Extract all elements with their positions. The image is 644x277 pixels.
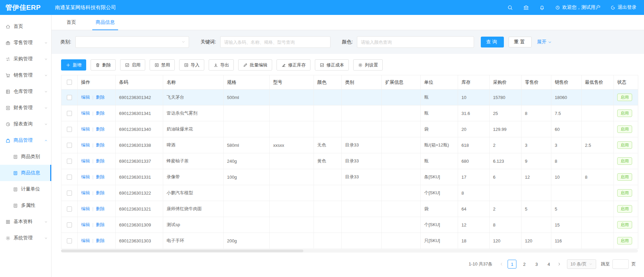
cell-color: 无色 <box>314 137 342 153</box>
batch-edit-button[interactable]: 批量编辑 <box>238 59 272 71</box>
cell-barcode: 6901236301340 <box>116 121 163 137</box>
sidebar-item-basic-data[interactable]: 基本资料 <box>0 214 51 230</box>
toolbar-button-label: 删除 <box>102 62 111 68</box>
sidebar-item-purchase[interactable]: 采购管理 <box>0 51 51 67</box>
add-button[interactable]: 新增 <box>61 59 86 71</box>
cell-unit: 瓶/(箱=12瓶) <box>421 137 458 153</box>
cell-min_price: 8 <box>582 169 614 185</box>
table-row: 编辑|删除6901236301338啤酒580mlxxsxx无色目录33瓶/(箱… <box>61 137 638 153</box>
sidebar-item-system[interactable]: 系统管理 <box>0 230 51 246</box>
bell-icon[interactable] <box>539 5 545 11</box>
edit-link[interactable]: 编辑 <box>81 95 90 100</box>
cell-retail_price: 9 <box>522 153 551 169</box>
delete-link[interactable]: 删除 <box>96 142 105 147</box>
category-select[interactable] <box>75 36 189 48</box>
disable-button[interactable]: 禁用 <box>150 59 175 71</box>
delete-button[interactable]: 删除 <box>91 59 116 71</box>
sidebar-item-goods[interactable]: 商品管理 <box>0 132 51 149</box>
cell-category <box>342 233 382 249</box>
select-all-checkbox[interactable] <box>67 80 72 85</box>
fix-stock-button[interactable]: 修正库存 <box>277 59 310 71</box>
bank-icon[interactable] <box>523 5 529 11</box>
cell-retail_price: 5 <box>522 201 551 217</box>
delete-link[interactable]: 删除 <box>96 238 105 243</box>
sidebar-item-goods-category[interactable]: 商品类别 <box>0 149 51 165</box>
tab-home[interactable]: 首页 <box>67 15 76 30</box>
row-checkbox[interactable] <box>67 191 72 196</box>
edit-link[interactable]: 编辑 <box>81 174 90 179</box>
logout-button[interactable]: 退出登录 <box>610 4 637 11</box>
edit-link[interactable]: 编辑 <box>81 238 90 243</box>
edit-link[interactable]: 编辑 <box>81 111 90 116</box>
sidebar-item-measure-unit[interactable]: 计量单位 <box>0 181 51 197</box>
sidebar-item-home[interactable]: 首页 <box>0 18 51 35</box>
delete-link[interactable]: 删除 <box>96 95 105 100</box>
row-checkbox[interactable] <box>67 111 72 116</box>
color-input[interactable] <box>357 36 474 48</box>
cell-model <box>270 105 314 121</box>
sidebar-item-warehouse[interactable]: 仓库管理 <box>0 83 51 100</box>
row-checkbox[interactable] <box>67 143 72 148</box>
expand-link[interactable]: 展开 <box>537 39 552 45</box>
page-button-1[interactable]: 1 <box>508 260 516 269</box>
page-size-select[interactable]: 10 条/页 <box>567 259 596 269</box>
sidebar-item-finance[interactable]: 财务管理 <box>0 100 51 116</box>
fix-cost-button[interactable]: 修正成本 <box>315 59 349 71</box>
sidebar-item-sales[interactable]: 销售管理 <box>0 67 51 83</box>
edit-link[interactable]: 编辑 <box>81 142 90 147</box>
keyword-input[interactable] <box>220 36 330 48</box>
delete-link[interactable]: 删除 <box>96 126 105 132</box>
edit-link[interactable]: 编辑 <box>81 222 90 227</box>
delete-link[interactable]: 删除 <box>96 206 105 211</box>
tab-goods-info[interactable]: 商品信息 <box>96 15 115 30</box>
prev-page-button[interactable] <box>497 262 506 266</box>
col-header-spec: 规格 <box>224 75 270 90</box>
page-button-4[interactable]: 4 <box>544 260 553 269</box>
search-icon[interactable] <box>507 5 513 11</box>
row-checkbox[interactable] <box>67 238 72 243</box>
row-checkbox[interactable] <box>67 175 72 180</box>
logout-text: 退出登录 <box>618 4 637 11</box>
sidebar-item-reports[interactable]: 报表查询 <box>0 116 51 132</box>
search-button[interactable]: 查询 <box>481 37 504 47</box>
row-checkbox[interactable] <box>67 222 72 227</box>
scrollbar-thumb[interactable] <box>61 250 303 252</box>
delete-link[interactable]: 删除 <box>96 190 105 195</box>
next-page-button[interactable] <box>555 262 564 266</box>
cell-barcode: 6901236301338 <box>116 137 163 153</box>
row-checkbox[interactable] <box>67 159 72 164</box>
delete-link[interactable]: 删除 <box>96 158 105 163</box>
edit-link[interactable]: 编辑 <box>81 126 90 132</box>
reset-button[interactable]: 重置 <box>509 37 532 47</box>
import-button[interactable]: 导入 <box>179 59 204 71</box>
sidebar-item-goods-info[interactable]: 商品信息 <box>0 165 51 181</box>
page-button-3[interactable]: 3 <box>532 260 541 269</box>
edit-link[interactable]: 编辑 <box>81 190 90 195</box>
sync-icon <box>5 57 11 62</box>
sidebar-item-retail[interactable]: 零售管理 <box>0 35 51 51</box>
col-header-stock: 库存 <box>458 75 490 90</box>
cell-purchase_price: 2 <box>490 137 522 153</box>
cell-spec: 580ml <box>224 137 270 153</box>
welcome-user[interactable]: 欢迎您，测试用户 <box>555 4 600 11</box>
table-wrap: 操作条码名称规格型号颜色类别扩展信息单位库存采购价零售价销售价最低售价状态编辑|… <box>61 75 637 253</box>
enable-button[interactable]: 启用 <box>120 59 145 71</box>
page-button-2[interactable]: 2 <box>520 260 529 269</box>
edit-link[interactable]: 编辑 <box>81 158 90 163</box>
cell-color: 黄色 <box>314 153 342 169</box>
cell-status: 启用 <box>614 185 638 201</box>
sidebar-item-multi-attribute[interactable]: 多属性 <box>0 197 51 214</box>
jump-page-input[interactable] <box>612 259 629 269</box>
delete-link[interactable]: 删除 <box>96 174 105 179</box>
cell-spec <box>224 105 270 121</box>
col-header-category: 类别 <box>342 75 382 90</box>
edit-link[interactable]: 编辑 <box>81 206 90 211</box>
row-checkbox[interactable] <box>67 206 72 212</box>
row-checkbox[interactable] <box>67 127 72 132</box>
row-checkbox[interactable] <box>67 95 72 100</box>
column-settings-button[interactable]: 列设置 <box>353 59 383 71</box>
export-button[interactable]: 导出 <box>209 59 234 71</box>
horizontal-scrollbar[interactable] <box>61 249 638 253</box>
delete-link[interactable]: 删除 <box>96 111 105 116</box>
delete-link[interactable]: 删除 <box>96 222 105 227</box>
